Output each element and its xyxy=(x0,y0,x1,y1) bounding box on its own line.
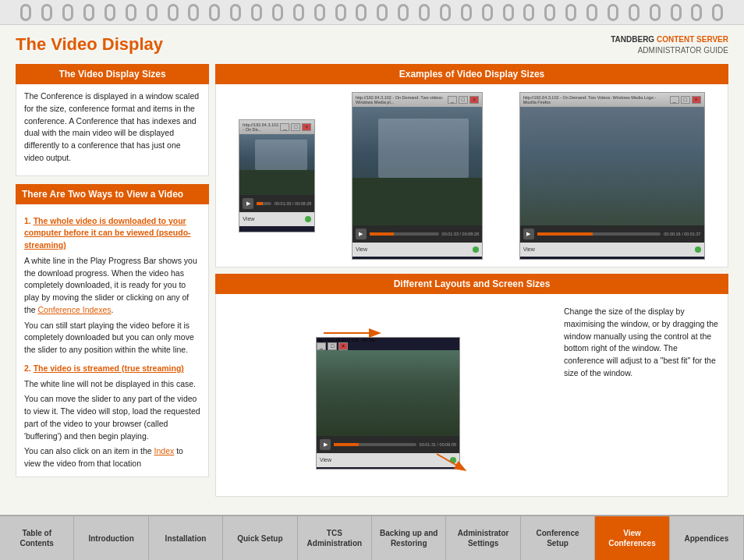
win-minimize[interactable]: _ xyxy=(280,123,289,131)
brand-guide: ADMINISTRATOR GUIDE xyxy=(638,46,728,55)
main-content: The Video Display TANDBERG CONTENT SERVE… xyxy=(0,25,744,515)
play-btn[interactable]: ▶ xyxy=(523,229,534,239)
win-close[interactable]: × xyxy=(302,123,311,131)
item-2-title: 2. The video is streamed (true streaming… xyxy=(24,363,200,375)
numbered-list: 1. The whole video is downloaded to your… xyxy=(24,215,200,470)
ways-body: 1. The whole video is downloaded to your… xyxy=(16,204,209,477)
spiral-ring xyxy=(440,4,451,21)
left-body-text: The Conference is displayed in a window … xyxy=(24,90,200,165)
spiral-ring xyxy=(251,4,262,21)
spiral-ring xyxy=(20,4,31,21)
brand-product: CONTENT SERVER xyxy=(657,35,728,44)
spiral-ring xyxy=(544,4,555,21)
item-1-title-text[interactable]: The whole video is downloaded to your co… xyxy=(24,216,191,250)
spiral-ring xyxy=(293,4,304,21)
win-close[interactable]: × xyxy=(469,96,479,104)
video-room-medium xyxy=(353,107,482,225)
time-display: 00:01:33 / 00:08:28 xyxy=(442,232,479,236)
nav-tab-intro[interactable]: Introduction xyxy=(74,516,148,560)
video-bottom-bar: View xyxy=(353,243,482,257)
win-controls: _ □ × xyxy=(670,96,701,104)
nav-tab-conference[interactable]: ConferenceSetup xyxy=(521,516,595,560)
examples-header: Examples of Video Display Sizes xyxy=(215,64,728,84)
item-1-para-1: A white line in the Play Progress Bar sh… xyxy=(24,255,200,317)
video-thumb-small: http://192.64.3.102 - On De... _ □ × ▶ xyxy=(239,119,315,232)
item-2-para-3: You can also click on an item in the Ind… xyxy=(24,445,200,470)
play-btn[interactable]: ▶ xyxy=(243,198,253,209)
item-2-title-text[interactable]: The video is streamed (true streaming) xyxy=(34,363,184,373)
view-label: View xyxy=(356,246,367,252)
thumb-title-bar: http://192.64.3.102 - On Demand: Two vid… xyxy=(353,93,482,107)
nav-tab-install[interactable]: Installation xyxy=(149,516,223,560)
svg-line-2 xyxy=(437,454,464,470)
arrow-svg xyxy=(300,310,480,481)
view-label: View xyxy=(243,216,254,222)
spiral-ring xyxy=(650,4,661,21)
nav-tab-toc[interactable]: Table ofContents xyxy=(0,516,74,560)
item-1-num: 1. xyxy=(24,216,31,225)
brand-name: TANDBERG xyxy=(611,35,654,44)
spiral-ring xyxy=(461,4,472,21)
spiral-ring xyxy=(209,4,220,21)
play-btn[interactable]: ▶ xyxy=(356,229,367,239)
spiral-ring xyxy=(168,4,179,21)
thumb-url: http://192.64.3.102 - On De... xyxy=(243,122,280,132)
spiral-ring xyxy=(62,4,73,21)
video-bottom-bar: View xyxy=(520,243,704,257)
layout-diagram: http://192.64.64.3.102 - On De... _ □ × … xyxy=(300,310,480,481)
win-minimize[interactable]: _ xyxy=(448,96,457,104)
spiral-ring xyxy=(335,4,346,21)
list-item: 1. The whole video is downloaded to your… xyxy=(24,215,200,356)
win-controls: _ □ × xyxy=(280,123,311,131)
spiral-ring xyxy=(419,4,430,21)
win-maximize[interactable]: □ xyxy=(681,96,690,104)
header-row: The Video Display TANDBERG CONTENT SERVE… xyxy=(16,34,728,56)
progress-bar[interactable] xyxy=(537,232,661,236)
spiral-ring xyxy=(188,4,199,21)
spiral-ring xyxy=(314,4,325,21)
spiral-ring xyxy=(230,4,241,21)
nav-tab-appendices[interactable]: Appendices xyxy=(670,516,744,560)
page-title: The Video Display xyxy=(16,34,163,55)
nav-tab-admin[interactable]: AdministratorSettings xyxy=(446,516,520,560)
progress-bar[interactable] xyxy=(370,232,439,236)
nav-tab-backup[interactable]: Backing up andRestoring xyxy=(372,516,446,560)
win-maximize[interactable]: □ xyxy=(459,96,468,104)
nav-tab-tcs[interactable]: TCSAdministration xyxy=(298,516,372,560)
nav-tab-quicksetup[interactable]: Quick Setup xyxy=(223,516,297,560)
view-label: View xyxy=(523,246,535,252)
nav-tab-view[interactable]: ViewConferences xyxy=(595,516,669,560)
thumb-url: http://192.64.3.102 - On Demand: Two Vid… xyxy=(523,95,670,105)
conference-indexes-link[interactable]: Conference Indexes xyxy=(38,305,112,314)
spiral-ring xyxy=(629,4,639,21)
progress-fill xyxy=(370,232,394,236)
content-columns: The Video Display Sizes The Conference i… xyxy=(16,64,728,509)
ways-header: There Are Two Ways to View a Video xyxy=(16,184,209,204)
spiral-ring xyxy=(83,4,94,21)
layout-description: Change the size of the display by maximi… xyxy=(564,302,720,488)
thumb-title-bar: http://192.64.3.102 - On Demand: Two Vid… xyxy=(520,93,704,107)
right-column: Examples of Video Display Sizes http://1… xyxy=(215,64,728,509)
video-controls: ▶ 00:00:16 / 00:01:37 xyxy=(520,225,704,243)
progress-bar[interactable] xyxy=(257,202,271,205)
video-thumb-medium: http://192.64.3.102 - On Demand: Two vid… xyxy=(352,92,483,260)
video-bottom-bar: View xyxy=(239,212,314,226)
win-minimize[interactable]: _ xyxy=(670,96,679,104)
item-1-title: 1. The whole video is downloaded to your… xyxy=(24,215,200,252)
spiral-ring xyxy=(503,4,514,21)
item-2-para-2: You can move the slider to any part of t… xyxy=(24,393,200,442)
win-controls: _ □ × xyxy=(448,96,479,104)
win-maximize[interactable]: □ xyxy=(291,123,300,131)
progress-fill xyxy=(257,202,262,205)
spiral-ring xyxy=(691,4,702,21)
spiral-ring xyxy=(586,4,597,21)
video-controls: ▶ 00:01:33 / 00:08:28 xyxy=(353,225,482,243)
spiral-ring xyxy=(398,4,409,21)
spiral-ring xyxy=(523,4,534,21)
spiral-ring xyxy=(377,4,388,21)
thumb-title-bar: http://192.64.3.102 - On De... _ □ × xyxy=(239,120,314,134)
index-link[interactable]: Index xyxy=(154,446,175,455)
win-close[interactable]: × xyxy=(692,96,701,104)
footer-nav: Table ofContents Introduction Installati… xyxy=(0,515,744,560)
list-item: 2. The video is streamed (true streaming… xyxy=(24,363,200,470)
